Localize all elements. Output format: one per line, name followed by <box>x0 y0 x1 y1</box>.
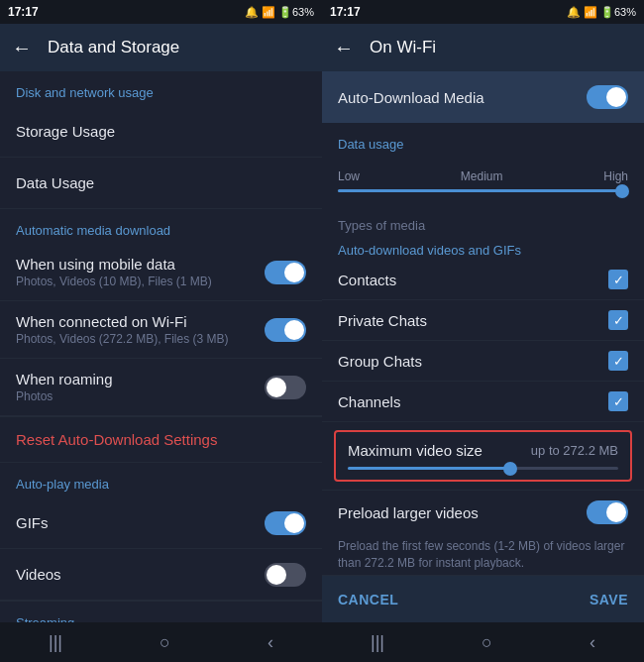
group-chats-checkbox[interactable]: ✓ <box>608 351 628 371</box>
wifi-subtitle: Photos, Videos (272.2 MB), Files (3 MB) <box>16 332 229 346</box>
max-video-section: Maximum video size up to 272.2 MB <box>334 430 632 482</box>
private-chats-row[interactable]: Private Chats ✓ <box>322 300 644 341</box>
roaming-row[interactable]: When roaming Photos <box>0 359 322 416</box>
contacts-row[interactable]: Contacts ✓ <box>322 260 644 300</box>
media-type-label: Types of media <box>322 208 644 237</box>
status-time-right: 17:17 <box>330 5 361 19</box>
group-chats-label: Group Chats <box>338 353 422 370</box>
videos-row[interactable]: Videos <box>0 549 322 601</box>
roaming-toggle[interactable] <box>265 376 306 399</box>
wifi-toggle[interactable] <box>265 318 306 342</box>
channels-label: Channels <box>338 393 400 410</box>
label-high: High <box>603 169 628 183</box>
mobile-data-title: When using mobile data <box>16 256 212 273</box>
toolbar-right: ← On Wi-Fi <box>322 24 644 71</box>
max-video-slider-fill <box>348 467 510 470</box>
mobile-data-subtitle: Photos, Videos (10 MB), Files (1 MB) <box>16 275 212 288</box>
reset-link[interactable]: Reset Auto-Download Settings <box>0 417 322 462</box>
roaming-subtitle: Photos <box>16 389 113 403</box>
preload-description: Preload the first few seconds (1-2 MB) o… <box>322 534 644 575</box>
section-disk-label: Disk and network usage <box>0 71 322 106</box>
storage-usage-title: Storage Usage <box>16 123 115 140</box>
data-usage-title: Data Usage <box>16 174 94 191</box>
data-usage-section-label: Data usage <box>322 123 644 158</box>
status-bar-right: 17:17 🔔 📶 🔋63% <box>322 0 644 24</box>
toolbar-left: ← Data and Storage <box>0 24 322 71</box>
private-chats-label: Private Chats <box>338 312 427 329</box>
wifi-title: When connected on Wi-Fi <box>16 313 229 330</box>
right-content: Auto-Download Media Data usage Low Mediu… <box>322 71 644 575</box>
cancel-button[interactable]: CANCEL <box>338 592 398 607</box>
private-chats-checkbox[interactable]: ✓ <box>608 310 628 330</box>
status-icons-right: 🔔 📶 🔋63% <box>567 6 636 19</box>
max-video-value: up to 272.2 MB <box>531 443 618 458</box>
nav-back-icon-left[interactable]: ‹ <box>268 632 273 653</box>
videos-title: Videos <box>16 566 61 583</box>
slider-thumb <box>615 184 629 198</box>
nav-bar-right: ||| ○ ‹ <box>322 622 644 662</box>
back-button-right[interactable]: ← <box>334 37 354 59</box>
section-media-label: Automatic media download <box>0 209 322 244</box>
slider-fill <box>338 189 622 192</box>
status-icons-left: 🔔 📶 🔋63% <box>245 6 314 19</box>
action-bar: CANCEL SAVE <box>322 575 644 622</box>
page-title-right: On Wi-Fi <box>370 38 436 57</box>
nav-back-icon-right[interactable]: ‹ <box>590 632 595 653</box>
preload-toggle[interactable] <box>587 500 628 524</box>
gifs-toggle[interactable] <box>265 511 306 535</box>
slider-labels: Low Medium High <box>338 169 628 183</box>
videos-toggle[interactable] <box>265 563 306 587</box>
storage-usage-row[interactable]: Storage Usage <box>0 106 322 158</box>
max-video-title: Maximum video size <box>348 442 483 459</box>
status-bar-left: 17:17 🔔 📶 🔋63% <box>0 0 322 24</box>
back-button-left[interactable]: ← <box>12 37 32 59</box>
preload-title: Preload larger videos <box>338 504 479 521</box>
gifs-title: GIFs <box>16 514 49 531</box>
auto-download-sub-label: Auto-download videos and GIFs <box>322 237 644 260</box>
section-streaming-label: Streaming <box>0 602 322 622</box>
channels-checkbox[interactable]: ✓ <box>608 391 628 411</box>
data-usage-row[interactable]: Data Usage <box>0 158 322 209</box>
data-usage-slider[interactable] <box>338 189 628 192</box>
contacts-checkbox[interactable]: ✓ <box>608 270 628 289</box>
preload-row[interactable]: Preload larger videos <box>322 490 644 534</box>
nav-menu-icon-left[interactable]: ||| <box>49 632 62 653</box>
nav-home-icon-right[interactable]: ○ <box>482 632 492 653</box>
left-content: Disk and network usage Storage Usage Dat… <box>0 71 322 622</box>
label-medium: Medium <box>461 169 503 183</box>
page-title-left: Data and Storage <box>48 38 179 57</box>
nav-bar-left: ||| ○ ‹ <box>0 622 322 662</box>
label-low: Low <box>338 169 360 183</box>
contacts-label: Contacts <box>338 272 396 288</box>
auto-download-toggle[interactable] <box>587 85 628 109</box>
nav-home-icon-left[interactable]: ○ <box>160 632 170 653</box>
data-usage-section: Low Medium High <box>322 158 644 208</box>
group-chats-row[interactable]: Group Chats ✓ <box>322 341 644 382</box>
max-video-slider[interactable] <box>348 467 618 470</box>
left-panel: 17:17 🔔 📶 🔋63% ← Data and Storage Disk a… <box>0 0 322 662</box>
wifi-row[interactable]: When connected on Wi-Fi Photos, Videos (… <box>0 301 322 359</box>
max-video-slider-thumb <box>503 462 517 476</box>
section-autoplay-label: Auto-play media <box>0 463 322 497</box>
auto-download-label: Auto-Download Media <box>338 89 484 106</box>
max-video-header: Maximum video size up to 272.2 MB <box>348 442 618 459</box>
right-panel: 17:17 🔔 📶 🔋63% ← On Wi-Fi Auto-Download … <box>322 0 644 662</box>
mobile-data-toggle[interactable] <box>265 261 306 284</box>
gifs-row[interactable]: GIFs <box>0 497 322 549</box>
auto-download-row[interactable]: Auto-Download Media <box>322 71 644 123</box>
mobile-data-row[interactable]: When using mobile data Photos, Videos (1… <box>0 244 322 301</box>
status-time-left: 17:17 <box>8 5 39 19</box>
save-button[interactable]: SAVE <box>590 592 628 607</box>
nav-menu-icon-right[interactable]: ||| <box>371 632 384 653</box>
roaming-title: When roaming <box>16 371 113 387</box>
channels-row[interactable]: Channels ✓ <box>322 382 644 422</box>
